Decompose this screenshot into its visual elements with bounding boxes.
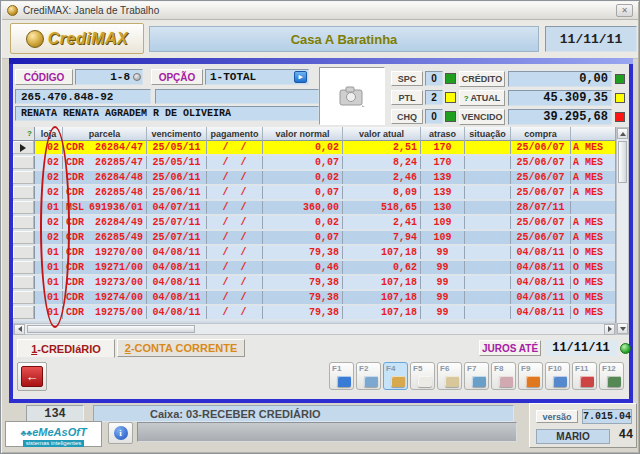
cpf-field[interactable]: 265.470.848-92 [15,89,151,104]
row-selector[interactable] [13,156,35,169]
status-square-icon [615,74,625,84]
fkey-f9-button[interactable]: F9 [518,362,543,390]
window-titlebar[interactable]: CrediMAX: Janela de Trabalho ✕ [2,2,638,20]
horizontal-scrollbar[interactable] [13,323,616,335]
column-header-extra[interactable] [571,127,616,141]
row-selector[interactable] [13,216,35,229]
customer-photo-placeholder[interactable] [319,67,385,125]
cell-venc: 25/05/11 [147,141,207,154]
table-row[interactable]: 02CDR26285/4825/06/11/ /0,078,0913925/06… [13,186,615,201]
info-button[interactable]: i [108,422,133,444]
tab-conta-corrente[interactable]: 2-CONTA CORRENTE [117,339,245,357]
row-selector[interactable] [13,246,35,259]
vertical-scrollbar[interactable] [616,127,629,335]
table-row[interactable]: 01CDR19270/0004/08/11/ /79,38107,189904/… [13,246,615,261]
row-selector[interactable] [13,291,35,304]
scroll-right-button[interactable] [604,324,615,335]
tab-crediario[interactable]: 1-CREDIáRIO [17,339,115,358]
table-row[interactable]: 01CDR19273/0004/08/11/ /79,38107,189904/… [13,276,615,291]
row-selector[interactable] [13,141,35,154]
cell-sit [465,216,511,229]
cell-compra: 28/07/11 [511,201,571,214]
fkey-label: F4 [386,364,395,373]
cell-atraso: 109 [421,216,465,229]
row-selector[interactable] [13,231,35,244]
column-header-parcela[interactable]: parcela [63,127,147,141]
row-selector[interactable] [13,186,35,199]
row-selector[interactable] [13,276,35,289]
fkey-f6-button[interactable]: F6 [437,362,462,390]
codigo-field[interactable]: 1-8 [75,69,143,85]
cell-vn: 0,46 [263,261,343,274]
row-selector[interactable] [13,201,35,214]
total-label-text: ATUAL [471,93,501,103]
fkey-f8-button[interactable]: F8 [491,362,516,390]
opcao-field[interactable]: 1-TOTAL ▶ [205,69,309,85]
empty-field[interactable] [155,89,319,104]
column-header-sit[interactable]: situação [465,127,511,141]
fkey-f5-button[interactable]: F5 [410,362,435,390]
flask-icon [580,376,594,387]
column-header-loja[interactable]: loja [35,127,63,141]
column-header-venc[interactable]: vencimento [147,127,207,141]
column-header-vn[interactable]: valor normal [263,127,343,141]
fkey-f2-button[interactable]: F2 [356,362,381,390]
scroll-left-button[interactable] [14,324,25,335]
total-row: VENCIDO39.295,68 [459,109,625,125]
scroll-up-button[interactable] [617,128,628,139]
cell-sit [465,246,511,259]
column-header-pag[interactable]: pagamento [207,127,263,141]
cell-loja: 01 [35,246,63,259]
status-square-icon [445,92,456,103]
current-row-arrow-icon [20,144,26,152]
scroll-down-button[interactable] [617,323,628,334]
current-date-field[interactable]: 11/11/11 [545,26,637,52]
record-dot-icon[interactable] [133,73,141,81]
cell-venc: 25/06/11 [147,186,207,199]
cell-loja: 01 [35,261,63,274]
table-row[interactable]: 01CDR19271/0004/08/11/ /0,460,629904/08/… [13,261,615,276]
row-selector[interactable] [13,306,35,319]
table-row[interactable]: 01CDR19274/0004/08/11/ /79,38107,189904/… [13,291,615,306]
dropdown-arrow-icon[interactable]: ▶ [294,71,307,83]
close-button[interactable]: ✕ [616,4,633,17]
cell-pag: / / [207,216,263,229]
parcela-tipo: MSL [66,202,84,213]
status-ball-icon [620,343,631,354]
table-row[interactable]: 01CDR19275/0004/08/11/ /79,38107,189904/… [13,306,615,321]
cell-extra: O MES [571,261,616,274]
cell-vn: 0,02 [263,171,343,184]
column-header-va[interactable]: valor atual [343,127,421,141]
table-row[interactable]: 02CDR26285/4725/05/11/ /0,078,2417025/06… [13,156,615,171]
cell-venc: 04/08/11 [147,306,207,319]
column-header-compra[interactable]: compra [511,127,571,141]
grid-corner[interactable]: ? [13,127,35,141]
cell-extra: O MES [571,246,616,259]
back-button[interactable]: ← [17,362,47,391]
table-row[interactable]: 02CDR26284/4925/07/11/ /0,022,4110925/06… [13,216,615,231]
table-row[interactable]: 02CDR26284/4725/05/11/ /0,022,5117025/06… [13,141,615,156]
fkey-label: F9 [521,364,530,373]
hscroll-thumb[interactable] [27,325,195,333]
fkey-f1-button[interactable]: F1 [329,362,354,390]
exit-icon [607,376,621,387]
fkey-f11-button[interactable]: F11 [572,362,597,390]
juros-ate-date[interactable]: 11/11/11 [545,340,617,356]
row-selector[interactable] [13,171,35,184]
vscroll-thumb[interactable] [618,141,627,183]
vendor-name: eMeAsOfT [32,426,86,438]
cell-atraso: 170 [421,141,465,154]
table-row[interactable]: 02CDR26284/4825/06/11/ /0,022,4613925/06… [13,171,615,186]
table-row[interactable]: 01MSL691936/0104/07/11/ /360,00518,65130… [13,201,615,216]
cell-sit [465,201,511,214]
table-row[interactable]: 02CDR26285/4925/07/11/ /0,077,9410925/06… [13,231,615,246]
fkey-f12-button[interactable]: F12 [599,362,624,390]
fkey-f10-button[interactable]: F10 [545,362,570,390]
fkey-f4-button[interactable]: F4 [383,362,408,390]
row-selector[interactable] [13,261,35,274]
fkey-f7-button[interactable]: F7 [464,362,489,390]
cell-extra: A MES [571,231,616,244]
column-header-atraso[interactable]: atraso [421,127,465,141]
customer-name-field[interactable]: RENATA RENATA AGRADEM R DE OLIVEIRA [15,106,319,121]
cell-loja: 02 [35,216,63,229]
